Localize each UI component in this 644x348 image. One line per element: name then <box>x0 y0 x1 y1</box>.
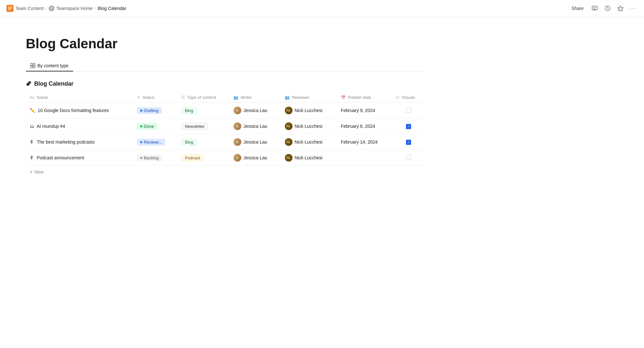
history-button[interactable] <box>603 4 612 13</box>
type-badge: Blog <box>181 139 197 146</box>
writer-name: Jessica Lau <box>244 124 267 129</box>
visuals-checkbox[interactable] <box>406 108 411 113</box>
svg-rect-0 <box>8 7 12 7</box>
type-cell[interactable]: Newsletter <box>178 118 230 134</box>
reviewer-name: Nick Lucchesi <box>295 124 322 129</box>
reviewer-avatar: NL <box>285 138 293 146</box>
status-cell[interactable]: Backlog <box>133 150 178 166</box>
date-cell: February 6, 2024 <box>337 118 392 134</box>
reviewer-avatar: NL <box>285 122 293 130</box>
visuals-cell[interactable] <box>392 150 425 166</box>
name-col-icon: Aa <box>30 95 34 100</box>
section-title: Blog Calendar <box>34 80 73 87</box>
status-badge: Backlog <box>137 155 162 161</box>
svg-rect-11 <box>33 66 35 68</box>
visuals-cell[interactable] <box>392 103 425 118</box>
type-badge: Newsletter <box>181 123 208 130</box>
status-dot <box>140 157 142 159</box>
writer-avatar: JL <box>234 122 241 130</box>
name-cell[interactable]: 🗂AI roundup #4 <box>26 118 133 134</box>
col-visuals: ☑ Visuals <box>392 92 425 103</box>
reviewer-avatar: NL <box>285 154 293 162</box>
data-table: Aa Name ✦ Status ☰ Type of content 👥 Wri… <box>26 92 425 166</box>
table-row: 🎙The best marketing podcastsReviewi...Bl… <box>26 134 425 150</box>
col-writer-label: Writer <box>241 95 252 100</box>
type-col-icon: ☰ <box>181 95 185 100</box>
visuals-cell[interactable]: ✓ <box>392 118 425 134</box>
row-icon: ✏️ <box>30 108 35 113</box>
nav-actions: Share ··· <box>569 4 638 13</box>
status-cell[interactable]: Done <box>133 118 178 134</box>
table-row: 🗂AI roundup #4DoneNewsletterJLJessica La… <box>26 118 425 134</box>
sep2: / <box>95 6 96 11</box>
status-badge: Done <box>137 123 157 130</box>
col-reviewer: 👥 Reviewer <box>281 92 337 103</box>
row-icon: 🗂 <box>30 124 34 129</box>
name-cell[interactable]: ✏️10 Google Docs formatting features <box>26 103 133 118</box>
name-cell[interactable]: 🎙Podcast announcement <box>26 150 133 166</box>
writer-name: Jessica Lau <box>244 108 267 113</box>
current-page-label: Blog Calendar <box>98 6 126 11</box>
svg-rect-10 <box>31 66 33 68</box>
type-badge: Podcast <box>181 155 204 161</box>
col-publish-date: 📅 Publish date <box>337 92 392 103</box>
reviewer-cell: NLNick Lucchesi <box>281 134 337 150</box>
writer-cell: JLJessica Lau <box>230 103 281 118</box>
writer-col-icon: 👥 <box>234 95 238 100</box>
col-writer: 👥 Writer <box>230 92 281 103</box>
row-name: AI roundup #4 <box>37 124 65 129</box>
type-cell[interactable]: Blog <box>178 134 230 150</box>
visuals-checkbox[interactable] <box>406 155 411 160</box>
type-cell[interactable]: Blog <box>178 103 230 118</box>
more-button[interactable]: ··· <box>629 4 638 13</box>
reviewer-name: Nick Lucchesi <box>295 139 322 145</box>
reviewer-name: Nick Lucchesi <box>295 155 322 160</box>
status-col-icon: ✦ <box>137 95 140 100</box>
svg-rect-9 <box>33 63 35 65</box>
plus-icon: + <box>30 169 33 175</box>
star-button[interactable] <box>616 4 625 13</box>
col-type: ☰ Type of content <box>178 92 230 103</box>
comment-button[interactable] <box>590 4 599 13</box>
new-row-label: New <box>34 169 43 174</box>
tab-by-content-type[interactable]: By content type <box>26 61 73 71</box>
teamspace-home-label[interactable]: Teamspace Home <box>56 6 93 11</box>
team-content-label[interactable]: Team Content <box>15 6 43 11</box>
svg-marker-7 <box>618 6 623 11</box>
table-header-row: Aa Name ✦ Status ☰ Type of content 👥 Wri… <box>26 92 425 103</box>
section-icon: 🗞 <box>26 80 32 87</box>
status-dot <box>140 141 142 143</box>
new-row-button[interactable]: + New <box>26 166 47 178</box>
table-row: ✏️10 Google Docs formatting featuresDraf… <box>26 103 425 118</box>
reviewer-name: Nick Lucchesi <box>295 108 322 113</box>
row-name: The best marketing podcasts <box>37 139 95 145</box>
table-row: 🎙Podcast announcementBacklogPodcastJLJes… <box>26 150 425 166</box>
col-reviewer-label: Reviewer <box>292 95 309 100</box>
share-button[interactable]: Share <box>569 5 586 12</box>
visuals-checkbox[interactable]: ✓ <box>406 124 411 129</box>
svg-rect-8 <box>31 63 33 65</box>
date-col-icon: 📅 <box>341 95 346 100</box>
date-cell: February 14, 2024 <box>337 134 392 150</box>
col-name-label: Name <box>37 95 48 100</box>
writer-name: Jessica Lau <box>244 155 267 160</box>
writer-avatar: JL <box>234 138 241 146</box>
row-name: 10 Google Docs formatting features <box>38 108 109 113</box>
col-name: Aa Name <box>26 92 133 103</box>
status-cell[interactable]: Reviewi... <box>133 134 178 150</box>
reviewer-avatar: NL <box>285 107 293 114</box>
reviewer-cell: NLNick Lucchesi <box>281 103 337 118</box>
svg-rect-1 <box>8 8 12 9</box>
name-cell[interactable]: 🎙The best marketing podcasts <box>26 134 133 150</box>
status-dot <box>140 109 142 112</box>
sep1: / <box>45 6 47 11</box>
status-cell[interactable]: Drafting <box>133 103 178 118</box>
visuals-cell[interactable]: ✓ <box>392 134 425 150</box>
type-cell[interactable]: Podcast <box>178 150 230 166</box>
page-title: Blog Calendar <box>26 36 425 52</box>
app-icon <box>6 5 14 12</box>
svg-rect-2 <box>8 9 11 10</box>
top-nav: Team Content / ⚙ Teamspace Home / Blog C… <box>0 0 644 17</box>
writer-cell: JLJessica Lau <box>230 118 281 134</box>
visuals-checkbox[interactable]: ✓ <box>406 140 411 145</box>
